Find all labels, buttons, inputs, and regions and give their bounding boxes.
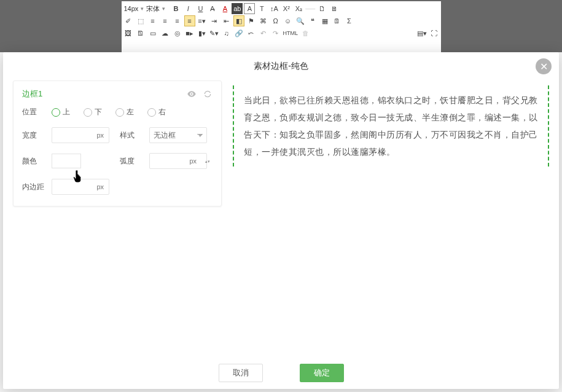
preview-text: 当此日，欲将已往所赖天恩祖德，锦衣纨口之时，饫甘餍肥之日，背父兄教育之恩，负师友… — [233, 85, 549, 167]
trash-button[interactable]: 🗑 — [300, 28, 311, 39]
note-button[interactable]: ▤▾ — [416, 28, 427, 39]
close-button[interactable]: ✕ — [536, 58, 552, 74]
brush-button[interactable]: ✎▾ — [209, 28, 220, 39]
radio-top[interactable]: 上 — [52, 107, 70, 117]
bg-color-button[interactable]: ab — [232, 3, 243, 14]
cloud-button[interactable]: ☁ — [160, 28, 171, 39]
width-input[interactable] — [52, 127, 109, 143]
panel-title: 边框1 — [22, 88, 42, 100]
radius-input[interactable] — [149, 153, 207, 169]
select-all-button[interactable]: ⬚ — [135, 15, 146, 26]
calendar-button[interactable]: 🗓 — [332, 15, 343, 26]
box-a-button[interactable]: A — [244, 3, 255, 14]
style-label: 样式 — [120, 130, 144, 141]
font-family-select[interactable]: 宋体 — [145, 4, 161, 14]
position-label: 位置 — [22, 107, 47, 117]
camera-button[interactable]: ■▸ — [184, 28, 195, 39]
radio-left[interactable]: 左 — [115, 107, 134, 117]
editor-toolbar: 14px▾ 宋体▾ B I U A̶ A ab A T ↕A X² X₂ — 🗋… — [0, 0, 562, 52]
refresh-icon[interactable] — [203, 89, 213, 99]
visibility-icon[interactable] — [187, 89, 197, 99]
indent-button[interactable]: ⇥ — [209, 15, 220, 26]
dialog-title: 素材边框-纯色 — [254, 61, 308, 72]
code-button[interactable]: ⌘ — [258, 15, 269, 26]
preview-area: 当此日，欲将已往所赖天恩祖德，锦衣纨口之时，饫甘餍肥之日，背父兄教育之恩，负师友… — [233, 80, 549, 352]
emoji-button[interactable]: ☺ — [283, 15, 294, 26]
border-config-panel: 边框1 位置 上 下 左 右 宽度 — [13, 80, 222, 206]
align-justify-button[interactable]: ≡ — [184, 15, 195, 26]
subscript-button[interactable]: X₂ — [293, 3, 304, 14]
outdent-button[interactable]: ⇤ — [221, 15, 232, 26]
padding-label: 内边距 — [22, 182, 47, 192]
video-button[interactable]: ▭ — [147, 28, 158, 39]
image2-button[interactable]: 🖻 — [135, 28, 146, 39]
padding-input[interactable] — [52, 179, 109, 195]
radio-bottom[interactable]: 下 — [84, 107, 102, 117]
style-select[interactable]: 无边框 — [149, 127, 207, 143]
font-size-select[interactable]: 14px — [123, 5, 140, 12]
link-button[interactable]: 🔗 — [233, 28, 244, 39]
position-radio-group: 上 下 左 右 — [52, 107, 213, 117]
flag-button[interactable]: ◧ — [233, 15, 244, 26]
close-icon: ✕ — [540, 61, 548, 73]
bottle-button[interactable]: ▮▾ — [197, 28, 208, 39]
radius-stepper[interactable]: ▴▾ — [205, 154, 211, 168]
radio-right[interactable]: 右 — [147, 107, 166, 117]
undo-button[interactable]: ↶ — [258, 28, 269, 39]
list-button[interactable]: ≡▾ — [197, 15, 208, 26]
font-color-button[interactable]: A — [219, 3, 230, 14]
superscript-button[interactable]: X² — [281, 3, 292, 14]
html-button[interactable]: HTML — [283, 28, 299, 39]
align-right-button[interactable]: ≡ — [172, 15, 183, 26]
line-height-button[interactable]: ↕A — [268, 3, 279, 14]
unlink-button[interactable]: ⤺ — [246, 28, 257, 39]
strike-button[interactable]: A̶ — [207, 3, 218, 14]
bold-button[interactable]: B — [170, 3, 181, 14]
omega-button[interactable]: Ω — [270, 15, 281, 26]
music-button[interactable]: ♫ — [221, 28, 232, 39]
text-tool-button[interactable]: T — [256, 3, 267, 14]
open-doc-button[interactable]: 🗎 — [329, 3, 340, 14]
color-picker[interactable] — [52, 154, 81, 168]
target-button[interactable]: ◎ — [172, 28, 183, 39]
table-button[interactable]: ▦ — [319, 15, 330, 26]
cancel-button[interactable]: 取消 — [219, 364, 263, 382]
redo-button[interactable]: ↷ — [270, 28, 281, 39]
fullscreen-button[interactable]: ⛶ — [429, 28, 440, 39]
confirm-button[interactable]: 确定 — [300, 364, 344, 382]
width-label: 宽度 — [22, 130, 47, 141]
new-doc-button[interactable]: 🗋 — [316, 3, 327, 14]
quote-button[interactable]: ❝ — [307, 15, 318, 26]
sigma-button[interactable]: Σ — [344, 15, 355, 26]
search-button[interactable]: 🔍 — [295, 15, 306, 26]
bookmark-button[interactable]: ⚑ — [246, 15, 257, 26]
align-left-button[interactable]: ≡ — [147, 15, 158, 26]
image-button[interactable]: 🖼 — [123, 28, 134, 39]
italic-button[interactable]: I — [182, 3, 193, 14]
color-label: 颜色 — [22, 156, 47, 167]
border-dialog: 素材边框-纯色 ✕ 边框1 位置 上 — [3, 52, 559, 389]
radius-label: 弧度 — [120, 156, 144, 167]
align-center-button[interactable]: ≡ — [160, 15, 171, 26]
eraser-button[interactable]: ✐ — [123, 15, 134, 26]
underline-button[interactable]: U — [195, 3, 206, 14]
